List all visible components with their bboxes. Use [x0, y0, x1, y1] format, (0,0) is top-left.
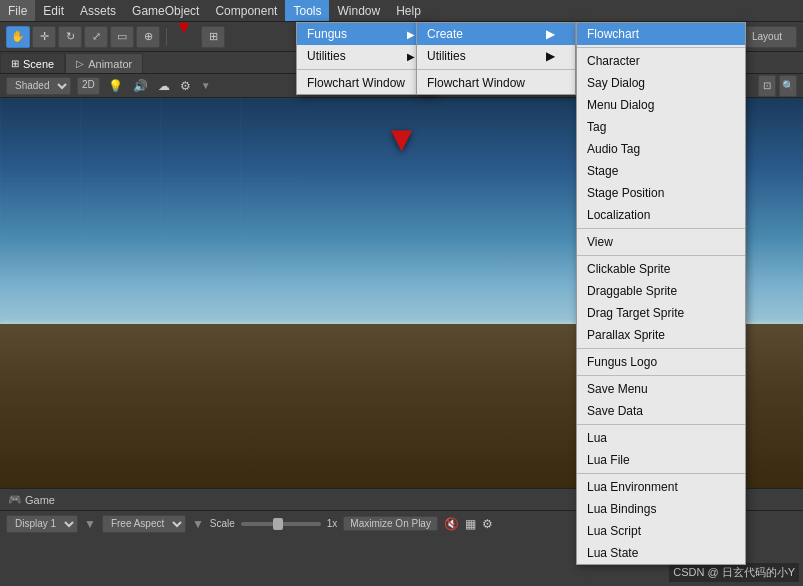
- extra-tool-btn[interactable]: ⊞: [201, 26, 225, 48]
- watermark: CSDN @ 日玄代码的小Y: [669, 563, 799, 582]
- tools-menu-utilities[interactable]: Utilities ▶: [297, 45, 435, 67]
- create-label: Create: [427, 27, 463, 41]
- transform-tools: ✋ ✛ ↻ ⤢ ▭ ⊕: [6, 26, 160, 48]
- fungus-sep-5: [577, 375, 745, 376]
- fungus-item-drag-target-sprite[interactable]: Drag Target Sprite: [577, 302, 745, 324]
- fungus-sep-1: [577, 47, 745, 48]
- fungus-item-draggable-sprite[interactable]: Draggable Sprite: [577, 280, 745, 302]
- menu-window[interactable]: Window: [329, 0, 388, 21]
- fungus-sep-2: [577, 228, 745, 229]
- menu-tools[interactable]: Tools: [285, 0, 329, 21]
- menu-component[interactable]: Component: [207, 0, 285, 21]
- menu-gameobject[interactable]: GameObject: [124, 0, 207, 21]
- tools-menu-flowchart-window[interactable]: Flowchart Window: [297, 72, 435, 94]
- rotate-tool-btn[interactable]: ↻: [58, 26, 82, 48]
- tools-menu-fungus[interactable]: Fungus ▶: [297, 23, 435, 45]
- fungus-item-lua-environment[interactable]: Lua Environment: [577, 476, 745, 498]
- gizmos-icon[interactable]: ⚙: [178, 79, 193, 93]
- animator-tab-icon: ▷: [76, 58, 84, 69]
- create-submenu-create[interactable]: Create ▶: [417, 23, 575, 45]
- fungus-sep-4: [577, 348, 745, 349]
- scale-value: 1x: [327, 518, 338, 529]
- aspect-select[interactable]: Free Aspect: [102, 515, 186, 533]
- fungus-item-stage-position[interactable]: Stage Position: [577, 182, 745, 204]
- fungus-items-submenu: Flowchart Character Say Dialog Menu Dial…: [576, 22, 746, 565]
- fungus-item-save-menu[interactable]: Save Menu: [577, 378, 745, 400]
- red-arrow-indicator: ▼: [384, 118, 420, 160]
- tools-dropdown: Fungus ▶ Utilities ▶ Flowchart Window: [296, 22, 436, 95]
- hand-tool-btn[interactable]: ✋: [6, 26, 30, 48]
- menu-edit[interactable]: Edit: [35, 0, 72, 21]
- fungus-item-audio-tag[interactable]: Audio Tag: [577, 138, 745, 160]
- svg-rect-0: [0, 98, 300, 248]
- fungus-item-view[interactable]: View: [577, 231, 745, 253]
- fungus-item-localization[interactable]: Localization: [577, 204, 745, 226]
- layout-btn[interactable]: Layout: [737, 26, 797, 48]
- snap-btn[interactable]: ⊡: [758, 75, 776, 97]
- toolbar-sep-1: [166, 28, 167, 46]
- fungus-item-tag[interactable]: Tag: [577, 116, 745, 138]
- fungus-item-lua-bindings[interactable]: Lua Bindings: [577, 498, 745, 520]
- fungus-item-lua-script[interactable]: Lua Script: [577, 520, 745, 542]
- fungus-item-character[interactable]: Character: [577, 50, 745, 72]
- create-submenu-utilities[interactable]: Utilities ▶: [417, 45, 575, 67]
- menu-file[interactable]: File: [0, 0, 35, 21]
- scale-tool-btn[interactable]: ⤢: [84, 26, 108, 48]
- display-select[interactable]: Display 1: [6, 515, 78, 533]
- create-arrow: ▶: [546, 27, 555, 41]
- scale-slider[interactable]: [241, 522, 321, 526]
- fungus-item-parallax-sprite[interactable]: Parallax Sprite: [577, 324, 745, 346]
- fungus-sep-7: [577, 473, 745, 474]
- menu-assets[interactable]: Assets: [72, 0, 124, 21]
- stats-icon[interactable]: ▦: [465, 517, 476, 531]
- menu-bar: File Edit Assets GameObject Component To…: [0, 0, 803, 22]
- light-icon[interactable]: 💡: [106, 79, 125, 93]
- scale-thumb: [273, 518, 283, 530]
- game-tab-label: Game: [25, 494, 55, 506]
- scene-tab-icon: ⊞: [11, 58, 19, 69]
- gizmos-label: ▼: [201, 80, 211, 91]
- shading-select[interactable]: Shaded: [6, 77, 71, 95]
- fungus-sep-3: [577, 255, 745, 256]
- fungus-item-lua-state[interactable]: Lua State: [577, 542, 745, 564]
- display-arrow: ▼: [84, 517, 96, 531]
- scene-tab[interactable]: ⊞ Scene: [0, 53, 65, 73]
- game-tab-icon: 🎮: [8, 493, 22, 506]
- create-sep: [417, 69, 575, 70]
- fungus-item-clickable-sprite[interactable]: Clickable Sprite: [577, 258, 745, 280]
- create-flowchart-label: Flowchart Window: [427, 76, 525, 90]
- rect-tool-btn[interactable]: ▭: [110, 26, 134, 48]
- animator-tab-label: Animator: [88, 58, 132, 70]
- move-tool-btn[interactable]: ✛: [32, 26, 56, 48]
- tools-utilities-arrow: ▶: [407, 51, 415, 62]
- tools-fungus-label: Fungus: [307, 27, 347, 41]
- grid-overlay: [0, 98, 300, 248]
- create-submenu-flowchart[interactable]: Flowchart Window: [417, 72, 575, 94]
- effects-icon[interactable]: ☁: [156, 79, 172, 93]
- fungus-item-lua-file[interactable]: Lua File: [577, 449, 745, 471]
- fungus-item-stage[interactable]: Stage: [577, 160, 745, 182]
- maximize-play-btn[interactable]: Maximize On Play: [343, 516, 438, 531]
- create-utilities-label: Utilities: [427, 49, 466, 63]
- scene-tab-label: Scene: [23, 58, 54, 70]
- mute-icon[interactable]: 🔇: [444, 517, 459, 531]
- game-tab[interactable]: 🎮 Game: [8, 493, 55, 506]
- 2d-btn[interactable]: 2D: [77, 77, 100, 95]
- fungus-item-fungus-logo[interactable]: Fungus Logo: [577, 351, 745, 373]
- fungus-item-save-data[interactable]: Save Data: [577, 400, 745, 422]
- create-utilities-arrow: ▶: [546, 49, 555, 63]
- search-scene-btn[interactable]: 🔍: [779, 75, 797, 97]
- fungus-item-menu-dialog[interactable]: Menu Dialog: [577, 94, 745, 116]
- tools-flowchart-label: Flowchart Window: [307, 76, 405, 90]
- fungus-item-lua[interactable]: Lua: [577, 427, 745, 449]
- menu-help[interactable]: Help: [388, 0, 429, 21]
- create-submenu: Create ▶ Utilities ▶ Flowchart Window: [416, 22, 576, 95]
- animator-tab[interactable]: ▷ Animator: [65, 53, 143, 73]
- fungus-item-flowchart[interactable]: Flowchart: [577, 23, 745, 45]
- gizmos-game-icon[interactable]: ⚙: [482, 517, 493, 531]
- audio-icon[interactable]: 🔊: [131, 79, 150, 93]
- tools-menu-sep: [297, 69, 435, 70]
- transform-tool-btn[interactable]: ⊕: [136, 26, 160, 48]
- fungus-item-say-dialog[interactable]: Say Dialog: [577, 72, 745, 94]
- tools-fungus-arrow: ▶: [407, 29, 415, 40]
